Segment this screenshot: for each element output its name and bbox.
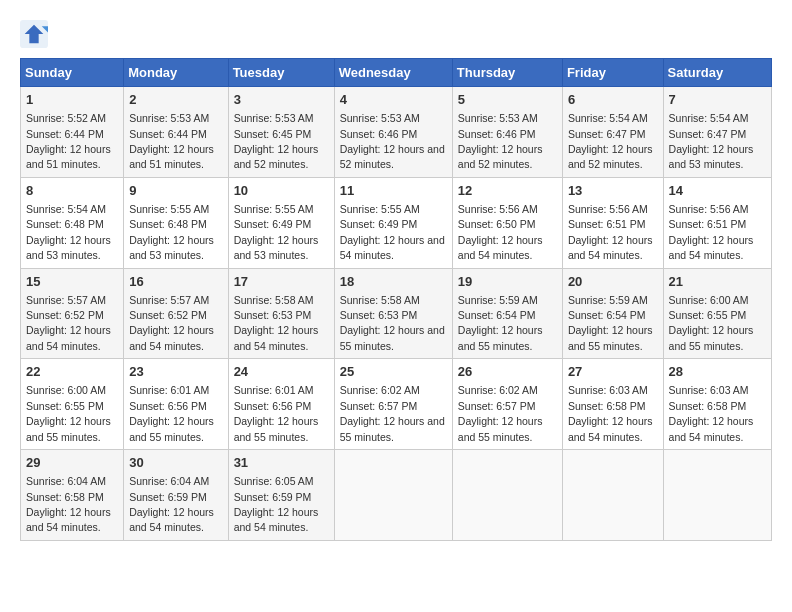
day-info: Sunrise: 6:02 AMSunset: 6:57 PMDaylight:… xyxy=(340,384,445,442)
day-cell: 14Sunrise: 5:56 AMSunset: 6:51 PMDayligh… xyxy=(663,177,771,268)
day-cell xyxy=(663,450,771,541)
day-number: 6 xyxy=(568,91,658,109)
day-cell: 1Sunrise: 5:52 AMSunset: 6:44 PMDaylight… xyxy=(21,87,124,178)
day-info: Sunrise: 5:54 AMSunset: 6:47 PMDaylight:… xyxy=(568,112,653,170)
day-number: 21 xyxy=(669,273,766,291)
day-cell: 29Sunrise: 6:04 AMSunset: 6:58 PMDayligh… xyxy=(21,450,124,541)
day-number: 2 xyxy=(129,91,222,109)
day-cell: 16Sunrise: 5:57 AMSunset: 6:52 PMDayligh… xyxy=(124,268,228,359)
day-cell: 27Sunrise: 6:03 AMSunset: 6:58 PMDayligh… xyxy=(562,359,663,450)
week-row-5: 29Sunrise: 6:04 AMSunset: 6:58 PMDayligh… xyxy=(21,450,772,541)
day-info: Sunrise: 5:53 AMSunset: 6:46 PMDaylight:… xyxy=(458,112,543,170)
logo xyxy=(20,20,52,48)
day-info: Sunrise: 5:54 AMSunset: 6:47 PMDaylight:… xyxy=(669,112,754,170)
day-cell: 28Sunrise: 6:03 AMSunset: 6:58 PMDayligh… xyxy=(663,359,771,450)
day-info: Sunrise: 5:56 AMSunset: 6:51 PMDaylight:… xyxy=(669,203,754,261)
day-cell: 4Sunrise: 5:53 AMSunset: 6:46 PMDaylight… xyxy=(334,87,452,178)
day-cell: 21Sunrise: 6:00 AMSunset: 6:55 PMDayligh… xyxy=(663,268,771,359)
day-cell: 23Sunrise: 6:01 AMSunset: 6:56 PMDayligh… xyxy=(124,359,228,450)
day-number: 22 xyxy=(26,363,118,381)
day-cell: 7Sunrise: 5:54 AMSunset: 6:47 PMDaylight… xyxy=(663,87,771,178)
day-info: Sunrise: 5:53 AMSunset: 6:44 PMDaylight:… xyxy=(129,112,214,170)
day-number: 19 xyxy=(458,273,557,291)
day-info: Sunrise: 5:57 AMSunset: 6:52 PMDaylight:… xyxy=(26,294,111,352)
day-number: 11 xyxy=(340,182,447,200)
day-number: 18 xyxy=(340,273,447,291)
logo-icon xyxy=(20,20,48,48)
day-number: 13 xyxy=(568,182,658,200)
header-cell-saturday: Saturday xyxy=(663,59,771,87)
day-info: Sunrise: 6:01 AMSunset: 6:56 PMDaylight:… xyxy=(234,384,319,442)
day-cell: 15Sunrise: 5:57 AMSunset: 6:52 PMDayligh… xyxy=(21,268,124,359)
day-info: Sunrise: 5:53 AMSunset: 6:46 PMDaylight:… xyxy=(340,112,445,170)
day-number: 1 xyxy=(26,91,118,109)
day-cell: 22Sunrise: 6:00 AMSunset: 6:55 PMDayligh… xyxy=(21,359,124,450)
day-cell: 25Sunrise: 6:02 AMSunset: 6:57 PMDayligh… xyxy=(334,359,452,450)
header-cell-thursday: Thursday xyxy=(452,59,562,87)
day-cell: 9Sunrise: 5:55 AMSunset: 6:48 PMDaylight… xyxy=(124,177,228,268)
page-header xyxy=(20,20,772,48)
day-info: Sunrise: 5:58 AMSunset: 6:53 PMDaylight:… xyxy=(234,294,319,352)
day-cell: 3Sunrise: 5:53 AMSunset: 6:45 PMDaylight… xyxy=(228,87,334,178)
day-info: Sunrise: 5:52 AMSunset: 6:44 PMDaylight:… xyxy=(26,112,111,170)
day-number: 24 xyxy=(234,363,329,381)
day-info: Sunrise: 6:02 AMSunset: 6:57 PMDaylight:… xyxy=(458,384,543,442)
day-info: Sunrise: 6:05 AMSunset: 6:59 PMDaylight:… xyxy=(234,475,319,533)
day-info: Sunrise: 5:53 AMSunset: 6:45 PMDaylight:… xyxy=(234,112,319,170)
day-number: 23 xyxy=(129,363,222,381)
day-info: Sunrise: 6:03 AMSunset: 6:58 PMDaylight:… xyxy=(669,384,754,442)
day-info: Sunrise: 6:04 AMSunset: 6:58 PMDaylight:… xyxy=(26,475,111,533)
day-info: Sunrise: 6:01 AMSunset: 6:56 PMDaylight:… xyxy=(129,384,214,442)
day-cell: 18Sunrise: 5:58 AMSunset: 6:53 PMDayligh… xyxy=(334,268,452,359)
day-cell: 26Sunrise: 6:02 AMSunset: 6:57 PMDayligh… xyxy=(452,359,562,450)
day-info: Sunrise: 6:03 AMSunset: 6:58 PMDaylight:… xyxy=(568,384,653,442)
day-cell: 13Sunrise: 5:56 AMSunset: 6:51 PMDayligh… xyxy=(562,177,663,268)
day-info: Sunrise: 6:04 AMSunset: 6:59 PMDaylight:… xyxy=(129,475,214,533)
day-number: 12 xyxy=(458,182,557,200)
day-info: Sunrise: 6:00 AMSunset: 6:55 PMDaylight:… xyxy=(669,294,754,352)
day-info: Sunrise: 5:59 AMSunset: 6:54 PMDaylight:… xyxy=(568,294,653,352)
day-info: Sunrise: 5:57 AMSunset: 6:52 PMDaylight:… xyxy=(129,294,214,352)
day-cell: 10Sunrise: 5:55 AMSunset: 6:49 PMDayligh… xyxy=(228,177,334,268)
day-number: 10 xyxy=(234,182,329,200)
day-info: Sunrise: 6:00 AMSunset: 6:55 PMDaylight:… xyxy=(26,384,111,442)
day-info: Sunrise: 5:56 AMSunset: 6:50 PMDaylight:… xyxy=(458,203,543,261)
day-number: 8 xyxy=(26,182,118,200)
day-cell: 6Sunrise: 5:54 AMSunset: 6:47 PMDaylight… xyxy=(562,87,663,178)
day-number: 30 xyxy=(129,454,222,472)
header-cell-friday: Friday xyxy=(562,59,663,87)
week-row-4: 22Sunrise: 6:00 AMSunset: 6:55 PMDayligh… xyxy=(21,359,772,450)
header-cell-sunday: Sunday xyxy=(21,59,124,87)
day-number: 25 xyxy=(340,363,447,381)
calendar-table: SundayMondayTuesdayWednesdayThursdayFrid… xyxy=(20,58,772,541)
header-cell-monday: Monday xyxy=(124,59,228,87)
day-number: 27 xyxy=(568,363,658,381)
week-row-3: 15Sunrise: 5:57 AMSunset: 6:52 PMDayligh… xyxy=(21,268,772,359)
day-number: 9 xyxy=(129,182,222,200)
day-number: 14 xyxy=(669,182,766,200)
day-cell xyxy=(562,450,663,541)
week-row-1: 1Sunrise: 5:52 AMSunset: 6:44 PMDaylight… xyxy=(21,87,772,178)
day-cell: 20Sunrise: 5:59 AMSunset: 6:54 PMDayligh… xyxy=(562,268,663,359)
day-info: Sunrise: 5:55 AMSunset: 6:49 PMDaylight:… xyxy=(340,203,445,261)
day-info: Sunrise: 5:59 AMSunset: 6:54 PMDaylight:… xyxy=(458,294,543,352)
day-number: 28 xyxy=(669,363,766,381)
header-cell-wednesday: Wednesday xyxy=(334,59,452,87)
day-cell: 24Sunrise: 6:01 AMSunset: 6:56 PMDayligh… xyxy=(228,359,334,450)
day-cell: 5Sunrise: 5:53 AMSunset: 6:46 PMDaylight… xyxy=(452,87,562,178)
day-cell: 30Sunrise: 6:04 AMSunset: 6:59 PMDayligh… xyxy=(124,450,228,541)
day-number: 4 xyxy=(340,91,447,109)
header-cell-tuesday: Tuesday xyxy=(228,59,334,87)
day-info: Sunrise: 5:56 AMSunset: 6:51 PMDaylight:… xyxy=(568,203,653,261)
day-number: 5 xyxy=(458,91,557,109)
day-cell xyxy=(452,450,562,541)
day-cell: 17Sunrise: 5:58 AMSunset: 6:53 PMDayligh… xyxy=(228,268,334,359)
day-cell: 19Sunrise: 5:59 AMSunset: 6:54 PMDayligh… xyxy=(452,268,562,359)
day-number: 7 xyxy=(669,91,766,109)
day-cell: 31Sunrise: 6:05 AMSunset: 6:59 PMDayligh… xyxy=(228,450,334,541)
day-number: 29 xyxy=(26,454,118,472)
day-cell: 12Sunrise: 5:56 AMSunset: 6:50 PMDayligh… xyxy=(452,177,562,268)
day-info: Sunrise: 5:58 AMSunset: 6:53 PMDaylight:… xyxy=(340,294,445,352)
day-number: 17 xyxy=(234,273,329,291)
day-info: Sunrise: 5:55 AMSunset: 6:49 PMDaylight:… xyxy=(234,203,319,261)
